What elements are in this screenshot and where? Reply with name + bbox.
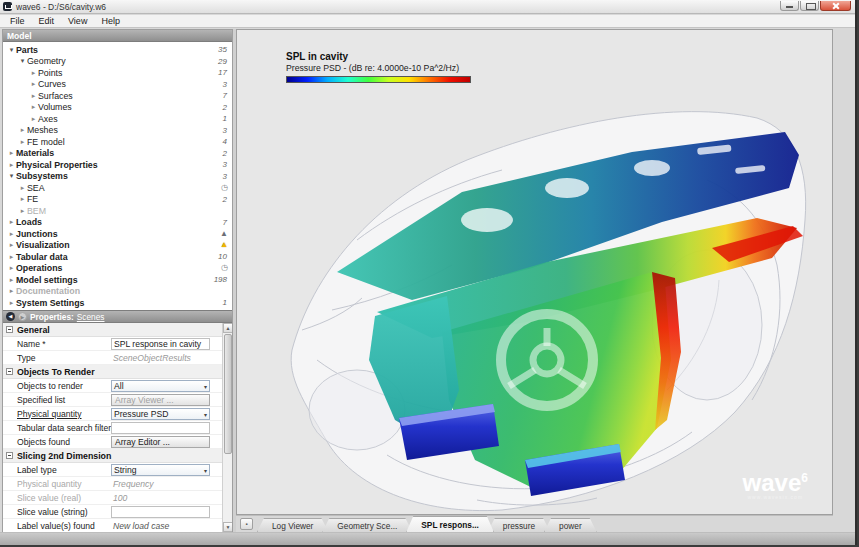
tree-item-label: Documentation: [16, 286, 80, 296]
tree-item-model-settings[interactable]: ▸Model settings198: [3, 274, 232, 286]
tree-item-geometry[interactable]: ▾Geometry29: [3, 56, 232, 68]
tree-item-points[interactable]: ▸Points17: [3, 67, 232, 79]
section-header-general[interactable]: General: [3, 323, 224, 337]
tree-item-fe[interactable]: ▸FE2: [3, 194, 232, 206]
chevron-right-icon[interactable]: ▸: [7, 241, 16, 249]
nav-forward-icon[interactable]: ▶: [18, 312, 27, 321]
tree-item-operations[interactable]: ▸Operations◷: [3, 263, 232, 275]
dropdown-select[interactable]: String▾: [111, 464, 210, 476]
chevron-right-icon[interactable]: ▸: [18, 195, 27, 203]
tab-power[interactable]: power: [544, 518, 597, 532]
menu-item-help[interactable]: Help: [95, 15, 126, 27]
model-panel-header: Model: [3, 30, 232, 42]
breadcrumb-link[interactable]: Scenes: [77, 312, 105, 322]
chevron-right-icon[interactable]: ▸: [7, 276, 16, 284]
tree-item-documentation[interactable]: ▸Documentation: [3, 286, 232, 298]
car-cavity-scene[interactable]: [237, 60, 833, 515]
tree-item-visualization[interactable]: ▸Visualization▲: [3, 240, 232, 252]
tree-item-subsystems[interactable]: ▾Subsystems3: [3, 171, 232, 183]
chevron-right-icon[interactable]: ▸: [7, 253, 16, 261]
tree-item-meshes[interactable]: ▸Meshes3: [3, 125, 232, 137]
tree-item-bem[interactable]: ▸BEM: [3, 205, 232, 217]
tab-pressure[interactable]: pressure: [488, 518, 550, 532]
tab-log-viewer[interactable]: Log Viewer: [257, 518, 328, 532]
close-button[interactable]: [820, 1, 851, 11]
chevron-right-icon[interactable]: ▸: [7, 230, 16, 238]
property-value: All▾: [111, 380, 210, 392]
tree-item-surfaces[interactable]: ▸Surfaces7: [3, 90, 232, 102]
nav-back-icon[interactable]: ◀: [6, 312, 15, 321]
properties-header: ◀ ▶ Properties: Visualization > Scenes >…: [3, 310, 232, 323]
chevron-down-icon[interactable]: ▾: [7, 172, 16, 180]
chevron-right-icon[interactable]: ▸: [18, 138, 27, 146]
text-field[interactable]: [111, 422, 210, 434]
tree-item-count: 1: [223, 114, 227, 123]
menu-item-edit[interactable]: Edit: [33, 15, 61, 27]
dropdown-select[interactable]: Pressure PSD▾: [111, 408, 210, 420]
minimize-button[interactable]: [780, 1, 799, 11]
tree-item-physical-properties[interactable]: ▸Physical Properties3: [3, 159, 232, 171]
chevron-right-icon[interactable]: ▸: [29, 80, 38, 88]
chevron-down-icon[interactable]: ▾: [7, 46, 16, 54]
tree-item-junctions[interactable]: ▸Junctions▲: [3, 228, 232, 240]
collapse-box-icon[interactable]: [6, 326, 13, 333]
tab-geometry-sce-[interactable]: Geometry Sce...: [322, 518, 412, 532]
chevron-right-icon[interactable]: ▸: [29, 69, 38, 77]
text-field[interactable]: SPL response in cavity: [111, 338, 210, 350]
property-row-name-: Name *SPL response in cavity: [3, 337, 224, 351]
chevron-right-icon[interactable]: ▸: [7, 287, 16, 295]
tree-item-curves[interactable]: ▸Curves3: [3, 79, 232, 91]
chevron-right-icon[interactable]: ▸: [7, 299, 16, 307]
tree-item-axes[interactable]: ▸Axes1: [3, 113, 232, 125]
maximize-button[interactable]: [800, 1, 819, 11]
dropdown-select[interactable]: All▾: [111, 380, 210, 392]
chevron-right-icon[interactable]: ▸: [7, 218, 16, 226]
tree-item-system-settings[interactable]: ▸System Settings1: [3, 297, 232, 309]
collapse-box-icon[interactable]: [6, 452, 13, 459]
model-tree: ▾Parts35▾Geometry29▸Points17▸Curves3▸Sur…: [3, 42, 232, 310]
menu-item-file[interactable]: File: [4, 15, 31, 27]
tree-item-count: 29: [218, 57, 227, 66]
chevron-right-icon[interactable]: ▸: [7, 264, 16, 272]
property-row-tabular-data-search-filter: Tabular data search filter: [3, 421, 224, 435]
tree-item-loads[interactable]: ▸Loads7: [3, 217, 232, 229]
title-bar[interactable]: wave6 - D:/S6/cavity.w6: [0, 0, 855, 14]
tree-item-label: SEA: [27, 183, 45, 193]
menu-item-view[interactable]: View: [62, 15, 93, 27]
chevron-down-icon[interactable]: ▾: [18, 57, 27, 65]
tree-item-parts[interactable]: ▾Parts35: [3, 44, 232, 56]
properties-scrollbar[interactable]: ▲ ▼: [222, 323, 232, 532]
readonly-value: Frequency: [111, 478, 210, 490]
property-value: SPL response in cavity: [111, 338, 210, 350]
text-field[interactable]: [111, 506, 210, 518]
section-header-slicing-2nd-dimension[interactable]: Slicing 2nd Dimension: [3, 449, 224, 463]
tree-item-label: Materials: [16, 148, 54, 158]
warning-icon: ▲: [220, 241, 228, 249]
scroll-up-icon[interactable]: ▲: [223, 323, 232, 333]
clock-icon: ◷: [221, 264, 228, 272]
tab-list-icon[interactable]: ▪: [240, 518, 253, 530]
tree-item-volumes[interactable]: ▸Volumes2: [3, 102, 232, 114]
collapse-box-icon[interactable]: [6, 368, 13, 375]
tree-item-materials[interactable]: ▸Materials2: [3, 148, 232, 160]
chevron-right-icon[interactable]: ▸: [7, 149, 16, 157]
chevron-right-icon[interactable]: ▸: [18, 184, 27, 192]
tree-item-sea[interactable]: ▸SEA◷: [3, 182, 232, 194]
tree-item-tabular-data[interactable]: ▸Tabular data10: [3, 251, 232, 263]
scroll-down-icon[interactable]: ▼: [223, 522, 232, 532]
wave6-watermark: wave6 www.wavesix.com: [743, 467, 808, 500]
chevron-right-icon[interactable]: ▸: [29, 103, 38, 111]
tree-item-fe-model[interactable]: ▸FE model4: [3, 136, 232, 148]
section-header-objects-to-render[interactable]: Objects To Render: [3, 365, 224, 379]
chevron-right-icon[interactable]: ▸: [18, 207, 27, 215]
chevron-right-icon[interactable]: ▸: [7, 161, 16, 169]
chevron-right-icon[interactable]: ▸: [29, 92, 38, 100]
model-panel: Model ▾Parts35▾Geometry29▸Points17▸Curve…: [2, 29, 233, 532]
viewport-3d[interactable]: SPL in cavity Pressure PSD - (dB re: 4.0…: [236, 29, 833, 515]
chevron-right-icon[interactable]: ▸: [29, 115, 38, 123]
value-button[interactable]: Array Editor ...: [111, 436, 210, 448]
tree-item-label: Surfaces: [38, 91, 73, 101]
tab-spl-respons-[interactable]: SPL respons...: [406, 516, 493, 532]
chevron-right-icon[interactable]: ▸: [18, 126, 27, 134]
scrollbar-thumb[interactable]: [224, 334, 232, 454]
